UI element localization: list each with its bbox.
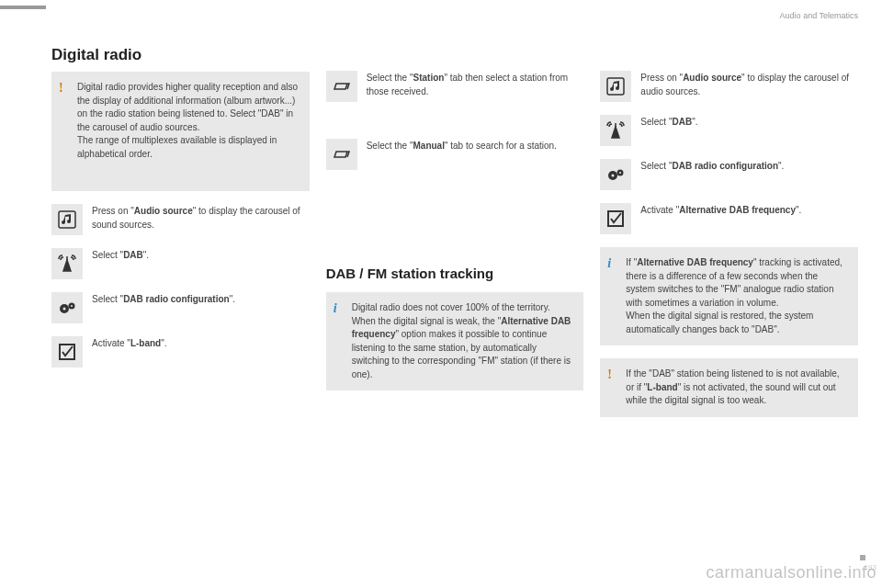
warning-icon: ! bbox=[607, 366, 612, 384]
warning-icon: ! bbox=[59, 79, 63, 97]
info-note-alt-freq: i If "Alternative DAB frequency" trackin… bbox=[600, 247, 858, 345]
gears-icon bbox=[51, 292, 83, 323]
info-note-tracking: i Digital radio does not cover 100% of t… bbox=[326, 292, 584, 390]
spacer bbox=[600, 46, 858, 71]
music-note-icon bbox=[51, 204, 83, 235]
corner-marker bbox=[860, 555, 865, 560]
step-text: Select "DAB radio configuration". bbox=[92, 292, 235, 307]
info-icon: i bbox=[334, 300, 337, 318]
svg-rect-7 bbox=[607, 78, 624, 95]
column-left: Digital radio ! Digital radio provides h… bbox=[51, 46, 310, 575]
svg-point-3 bbox=[63, 308, 66, 311]
step-activate-alt-freq: Activate "Alternative DAB frequency". bbox=[600, 203, 858, 234]
intro-note-text: Digital radio provides higher quality re… bbox=[77, 82, 298, 159]
step-text: Select "DAB". bbox=[640, 115, 697, 130]
step-text: Activate "L-band". bbox=[92, 336, 167, 351]
step-text: Select the "Manual" tab to search for a … bbox=[367, 139, 557, 153]
step-text: Select the "Station" tab then select a s… bbox=[367, 71, 584, 98]
intro-note: ! Digital radio provides higher quality … bbox=[51, 72, 310, 191]
svg-point-5 bbox=[71, 305, 73, 307]
step-text: Activate "Alternative DAB frequency". bbox=[640, 203, 801, 218]
info-text: If "Alternative DAB frequency" tracking … bbox=[626, 257, 842, 334]
svg-point-12 bbox=[619, 172, 621, 174]
section-heading: DAB / FM station tracking bbox=[326, 266, 584, 281]
step-audio-source: Press on "Audio source" to display the c… bbox=[600, 71, 858, 102]
step-audio-source: Press on "Audio source" to display the c… bbox=[51, 204, 310, 235]
step-text: Press on "Audio source" to display the c… bbox=[640, 71, 858, 98]
svg-rect-0 bbox=[59, 211, 75, 228]
step-activate-lband: Activate "L-band". bbox=[51, 336, 310, 368]
gears-icon bbox=[600, 159, 631, 190]
parallelogram-icon bbox=[326, 139, 357, 170]
info-text: Digital radio does not cover 100% of the… bbox=[352, 302, 571, 379]
step-dab-config: Select "DAB radio configuration". bbox=[51, 292, 310, 323]
step-manual-tab: Select the "Manual" tab to search for a … bbox=[326, 139, 584, 170]
top-accent-bar bbox=[0, 6, 46, 9]
warning-note-lband: ! If the "DAB" station being listened to… bbox=[600, 358, 858, 417]
watermark: carmanualsonline.info bbox=[706, 563, 876, 582]
step-select-dab: Select "DAB". bbox=[51, 248, 310, 279]
step-text: Select "DAB radio configuration". bbox=[640, 159, 784, 174]
step-station-tab: Select the "Station" tab then select a s… bbox=[326, 71, 584, 102]
page-content: Digital radio ! Digital radio provides h… bbox=[51, 46, 858, 575]
page-title: Digital radio bbox=[51, 46, 310, 64]
warning-text: If the "DAB" station being listened to i… bbox=[626, 368, 839, 405]
antenna-icon bbox=[51, 248, 83, 279]
parallelogram-icon bbox=[326, 71, 357, 102]
checkbox-icon bbox=[600, 203, 631, 234]
info-icon: i bbox=[607, 254, 611, 273]
spacer bbox=[326, 115, 584, 139]
checkbox-icon bbox=[51, 336, 83, 368]
spacer bbox=[326, 46, 584, 71]
antenna-icon bbox=[600, 115, 631, 146]
step-text: Press on "Audio source" to display the c… bbox=[92, 204, 310, 232]
step-dab-config: Select "DAB radio configuration". bbox=[600, 159, 858, 190]
step-select-dab: Select "DAB". bbox=[600, 115, 858, 146]
column-middle: Select the "Station" tab then select a s… bbox=[326, 46, 584, 575]
breadcrumb: Audio and Telematics bbox=[780, 11, 858, 20]
svg-point-10 bbox=[612, 175, 615, 177]
spacer bbox=[326, 183, 584, 266]
column-right: Press on "Audio source" to display the c… bbox=[600, 46, 858, 575]
step-text: Select "DAB". bbox=[92, 248, 149, 263]
music-note-icon bbox=[600, 71, 631, 102]
